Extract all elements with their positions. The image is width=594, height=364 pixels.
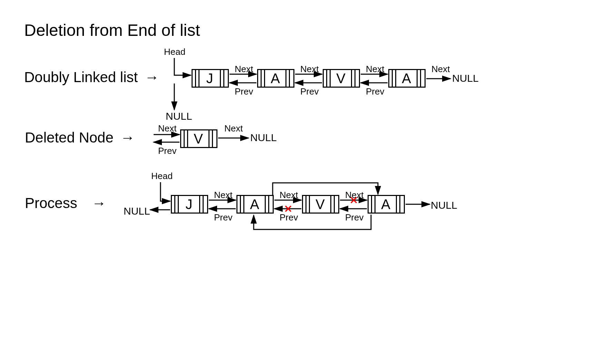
node-value: A bbox=[265, 70, 286, 87]
process-arrow: → bbox=[91, 195, 106, 211]
row-label-process: Process → bbox=[25, 195, 106, 211]
node-prev-cell2 bbox=[393, 70, 396, 87]
node-next-cell bbox=[397, 196, 400, 213]
node-next-cell bbox=[331, 196, 335, 213]
deleted-text: Deleted Node bbox=[25, 129, 114, 146]
node-next-cell2 bbox=[224, 70, 228, 87]
null-label-deleted: NULL bbox=[250, 132, 277, 144]
dll-node-1: A bbox=[257, 69, 294, 88]
deleted-arrow: → bbox=[120, 129, 135, 146]
process-node-2: V bbox=[302, 195, 339, 214]
next-label-process-12: Next bbox=[280, 190, 298, 200]
node-next-cell2 bbox=[356, 70, 359, 87]
node-value: J bbox=[179, 196, 200, 213]
row-label-dll: Doubly Linked list → bbox=[24, 69, 159, 86]
null-label-dll-end: NULL bbox=[452, 72, 479, 84]
node-next-cell2 bbox=[269, 196, 273, 213]
next-label-dll-01: Next bbox=[235, 64, 253, 75]
dll-node-0: J bbox=[192, 69, 229, 88]
deleted-node: V bbox=[180, 129, 217, 148]
node-prev-cell bbox=[193, 70, 196, 87]
node-value: A bbox=[376, 196, 397, 213]
node-prev-cell2 bbox=[196, 70, 199, 87]
node-prev-cell2 bbox=[327, 70, 331, 87]
dll-text: Doubly Linked list bbox=[24, 69, 138, 85]
node-next-cell bbox=[418, 70, 421, 87]
node-next-cell bbox=[210, 130, 213, 147]
next-label-deleted-left: Next bbox=[158, 123, 176, 134]
node-next-cell bbox=[286, 70, 290, 87]
prev-label-dll-23: Prev bbox=[366, 86, 384, 97]
svg-line-0 bbox=[285, 206, 291, 211]
diagram-title: Deletion from End of list bbox=[24, 21, 200, 40]
node-prev-cell2 bbox=[262, 70, 265, 87]
node-value: V bbox=[331, 70, 352, 87]
process-node-0: J bbox=[171, 195, 208, 214]
node-prev-cell bbox=[181, 130, 185, 147]
dll-node-3: A bbox=[388, 69, 426, 88]
next-label-dll-end: Next bbox=[431, 64, 450, 75]
node-value: J bbox=[199, 70, 221, 87]
node-next-cell2 bbox=[400, 196, 404, 213]
null-label-dll-down: NULL bbox=[166, 110, 192, 122]
dll-node-2: V bbox=[323, 69, 360, 88]
next-label-process-23: Next bbox=[345, 190, 363, 200]
process-text: Process bbox=[25, 195, 77, 211]
node-next-cell2 bbox=[204, 196, 207, 213]
node-prev-cell2 bbox=[175, 196, 179, 213]
node-prev-cell2 bbox=[306, 196, 310, 213]
prev-label-deleted-left: Prev bbox=[158, 146, 176, 156]
head-label-process: Head bbox=[151, 171, 173, 181]
node-prev-cell bbox=[172, 196, 175, 213]
node-next-cell2 bbox=[335, 196, 338, 213]
node-value: V bbox=[310, 196, 331, 213]
node-next-cell bbox=[221, 70, 224, 87]
head-label-dll: Head bbox=[164, 47, 185, 57]
process-node-3: A bbox=[368, 195, 405, 214]
prev-label-process-01: Prev bbox=[214, 212, 232, 223]
node-prev-cell2 bbox=[241, 196, 244, 213]
svg-line-1 bbox=[285, 206, 291, 211]
null-label-process-left: NULL bbox=[124, 205, 150, 217]
node-value: A bbox=[244, 196, 266, 213]
node-next-cell bbox=[266, 196, 269, 213]
node-prev-cell bbox=[237, 196, 241, 213]
prev-label-dll-01: Prev bbox=[235, 86, 253, 97]
null-label-process-right: NULL bbox=[431, 199, 457, 211]
node-prev-cell bbox=[389, 70, 393, 87]
node-next-cell2 bbox=[421, 70, 425, 87]
node-prev-cell2 bbox=[372, 196, 376, 213]
arrows-overlay bbox=[0, 0, 594, 364]
node-next-cell bbox=[352, 70, 356, 87]
node-next-cell bbox=[200, 196, 204, 213]
node-next-cell2 bbox=[213, 130, 216, 147]
process-node-1: A bbox=[236, 195, 274, 214]
next-label-deleted-right: Next bbox=[224, 123, 243, 134]
node-prev-cell2 bbox=[185, 130, 188, 147]
node-value: A bbox=[396, 70, 418, 87]
dll-arrow: → bbox=[145, 69, 159, 85]
prev-label-process-23: Prev bbox=[345, 212, 363, 223]
node-value: V bbox=[188, 130, 210, 147]
next-label-dll-23: Next bbox=[366, 64, 384, 75]
next-label-dll-12: Next bbox=[300, 64, 319, 75]
node-prev-cell bbox=[369, 196, 372, 213]
node-prev-cell bbox=[258, 70, 262, 87]
node-prev-cell bbox=[303, 196, 306, 213]
node-next-cell2 bbox=[290, 70, 293, 87]
row-label-deleted: Deleted Node → bbox=[25, 129, 135, 146]
node-prev-cell bbox=[324, 70, 327, 87]
prev-label-dll-12: Prev bbox=[300, 86, 319, 97]
prev-label-process-12: Prev bbox=[280, 212, 298, 223]
next-label-process-01: Next bbox=[214, 190, 232, 200]
